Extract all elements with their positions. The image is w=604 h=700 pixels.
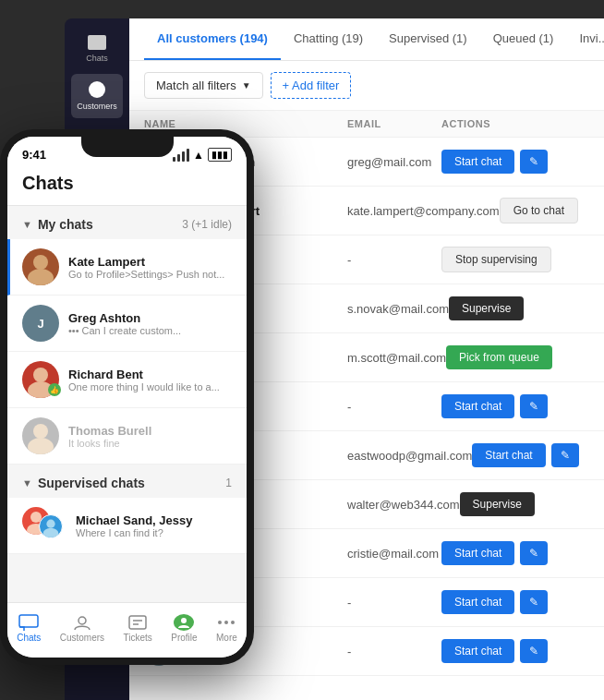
my-chats-count: 3 (+1 idle) xyxy=(182,218,232,231)
actions-cell: Start chat ✎ xyxy=(441,394,589,418)
svg-point-18 xyxy=(231,621,235,624)
svg-rect-10 xyxy=(19,615,38,627)
match-all-filters-button[interactable]: Match all filters ▼ xyxy=(144,72,263,99)
nav-item-chats[interactable]: Chats xyxy=(9,610,48,646)
svg-point-1 xyxy=(28,269,54,285)
supervise-button[interactable]: Supervise xyxy=(449,296,524,320)
status-icons: ▲ ▮▮▮ xyxy=(173,148,232,162)
supervise-button[interactable]: Supervise xyxy=(460,492,535,516)
nav-label-tickets: Tickets xyxy=(124,633,152,643)
svg-point-4 xyxy=(33,424,48,439)
edit-button[interactable]: ✎ xyxy=(551,443,579,467)
typing-dots-icon: ••• xyxy=(68,325,79,336)
start-chat-button[interactable]: Start chat xyxy=(441,541,514,565)
tab-queued[interactable]: Queued (1) xyxy=(480,18,567,60)
signal-icon xyxy=(173,149,189,162)
list-item[interactable]: J Greg Ashton ••• Can I create custom... xyxy=(7,296,247,352)
tickets-nav-icon xyxy=(127,614,148,631)
add-filter-button[interactable]: + Add filter xyxy=(271,72,352,99)
profile-nav-icon xyxy=(174,614,194,631)
list-item[interactable]: Michael Sand, Jessy Where I can find it? xyxy=(7,498,247,554)
actions-cell: Start chat ✎ xyxy=(472,443,604,467)
svg-point-0 xyxy=(33,255,48,270)
edit-button[interactable]: ✎ xyxy=(520,639,548,663)
nav-item-profile[interactable]: Profile xyxy=(163,610,204,646)
avatar: J xyxy=(22,305,59,342)
chat-preview: ••• Can I create custom... xyxy=(68,325,232,336)
edit-button[interactable]: ✎ xyxy=(520,590,548,614)
sidebar-customers-label: Customers xyxy=(77,102,117,111)
edit-button[interactable]: ✎ xyxy=(520,150,548,174)
chats-icon xyxy=(88,35,106,50)
phone-overlay: 9:41 ▲ ▮▮▮ Chats ▼ My chat xyxy=(0,129,254,665)
tab-chatting[interactable]: Chatting (19) xyxy=(281,18,376,60)
tab-all-customers[interactable]: All customers (194) xyxy=(144,18,281,60)
col-email-header: EMAIL xyxy=(347,118,441,129)
wifi-icon: ▲ xyxy=(193,149,204,162)
edit-button[interactable]: ✎ xyxy=(520,394,548,418)
customers-nav-icon xyxy=(72,614,92,631)
tab-supervised[interactable]: Supervised (1) xyxy=(376,18,480,60)
actions-cell: Pick from queue xyxy=(446,345,594,369)
chevron-down-icon: ▼ xyxy=(242,80,251,91)
chat-name: Kate Lampert xyxy=(68,255,232,269)
col-actions-header: ACTIONS xyxy=(441,118,589,129)
sidebar-item-chats[interactable]: Chats xyxy=(71,28,123,70)
phone-screen: 9:41 ▲ ▮▮▮ Chats ▼ My chat xyxy=(7,137,247,658)
customer-email: - xyxy=(347,400,441,414)
chat-preview: One more thing I would like to a... xyxy=(68,381,232,392)
chat-preview: It looks fine xyxy=(68,438,232,449)
avatar-wrapper: 👍 xyxy=(22,361,59,398)
start-chat-button[interactable]: Start chat xyxy=(441,590,514,614)
avatar xyxy=(22,417,59,454)
chat-name: Richard Bent xyxy=(68,368,232,381)
nav-item-more[interactable]: More xyxy=(209,610,245,646)
avatar-secondary xyxy=(39,514,63,538)
svg-point-16 xyxy=(218,621,222,624)
chat-info: Richard Bent One more thing I would like… xyxy=(68,368,232,392)
customer-email: eastwoodp@gmail.com xyxy=(347,449,472,463)
chat-info: Greg Ashton ••• Can I create custom... xyxy=(68,311,232,336)
customer-email: greg@mail.com xyxy=(347,155,441,169)
section-left: ▼ My chats xyxy=(22,217,93,232)
start-chat-button[interactable]: Start chat xyxy=(472,443,545,467)
edit-button[interactable]: ✎ xyxy=(520,541,548,565)
nav-item-tickets[interactable]: Tickets xyxy=(116,610,160,646)
svg-point-15 xyxy=(181,618,187,623)
list-item[interactable]: Kate Lampert Go to Profile>Settings> Pus… xyxy=(7,239,247,296)
phone-content: ▼ My chats 3 (+1 idle) Kate Lampert Go t… xyxy=(7,206,247,602)
more-nav-icon xyxy=(216,614,236,631)
svg-point-17 xyxy=(224,621,228,624)
chat-info: Kate Lampert Go to Profile>Settings> Pus… xyxy=(68,255,232,280)
customer-email: s.novak@mail.com xyxy=(347,302,449,316)
supervised-chats-title: Supervised chats xyxy=(38,476,145,490)
start-chat-button[interactable]: Start chat xyxy=(441,394,514,418)
actions-cell: Supervise xyxy=(449,296,597,320)
list-item[interactable]: Thomas Burell It looks fine xyxy=(7,408,247,465)
go-to-chat-button[interactable]: Go to chat xyxy=(500,198,578,223)
supervised-count: 1 xyxy=(225,477,232,489)
chat-preview: Go to Profile>Settings> Push not... xyxy=(68,269,232,280)
list-item[interactable]: 👍 Richard Bent One more thing I would li… xyxy=(7,352,247,408)
actions-cell: Go to chat xyxy=(500,198,604,223)
nav-label-profile: Profile xyxy=(171,633,197,643)
sidebar-chats-label: Chats xyxy=(86,54,108,63)
thumbs-up-icon: 👍 xyxy=(48,383,61,396)
chat-preview: Where I can find it? xyxy=(76,527,232,538)
pick-from-queue-button[interactable]: Pick from queue xyxy=(446,345,552,369)
tab-invited[interactable]: Invi... xyxy=(566,18,604,60)
start-chat-button[interactable]: Start chat xyxy=(441,150,514,174)
section-left: ▼ Supervised chats xyxy=(22,476,145,490)
chat-name: Greg Ashton xyxy=(68,311,232,325)
battery-icon: ▮▮▮ xyxy=(208,148,232,162)
sidebar-item-customers[interactable]: Customers xyxy=(71,74,123,118)
start-chat-button[interactable]: Start chat xyxy=(441,639,514,663)
nav-item-customers[interactable]: Customers xyxy=(53,610,112,646)
stop-supervising-button[interactable]: Stop supervising xyxy=(441,247,551,272)
actions-cell: Supervise xyxy=(460,492,604,516)
svg-point-5 xyxy=(28,438,54,454)
svg-point-2 xyxy=(33,368,48,382)
expand-icon: ▼ xyxy=(22,477,32,489)
supervised-chats-section-header: ▼ Supervised chats 1 xyxy=(7,465,247,498)
match-all-filters-label: Match all filters xyxy=(156,78,236,92)
